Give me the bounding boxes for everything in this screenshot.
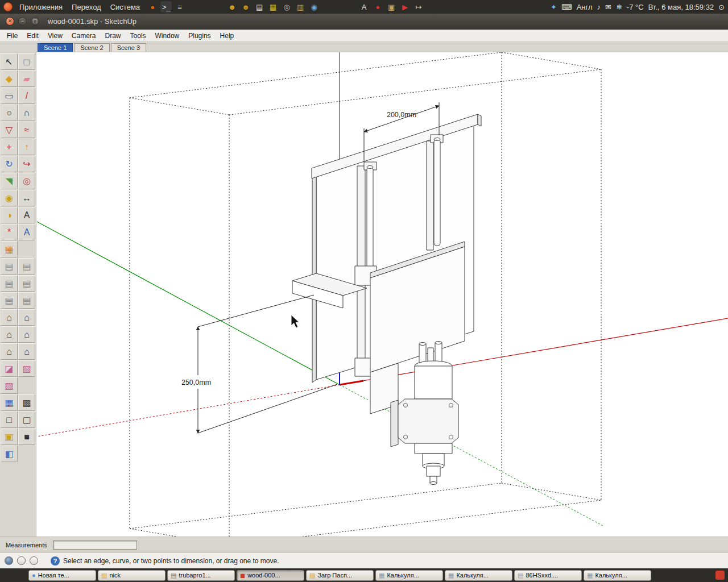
taskbar-item[interactable]: ▨Загр Пасп... xyxy=(306,570,374,581)
menu-plugins[interactable]: Plugins xyxy=(184,31,215,40)
view-right-button[interactable]: ⌂ xyxy=(18,326,35,343)
plugin-copy-tool-6[interactable]: ▤ xyxy=(18,292,35,309)
menu-camera[interactable]: Camera xyxy=(67,31,101,40)
freehand-tool[interactable]: ≈ xyxy=(18,122,35,138)
window-close-button[interactable]: ✕ xyxy=(6,17,14,26)
taskbar-item[interactable]: ▤86HSxxd.... xyxy=(514,570,582,581)
volume-icon[interactable]: ♪ xyxy=(597,3,601,11)
taskbar-item[interactable]: ▦Калькуля... xyxy=(584,570,651,581)
style-wireframe-button[interactable]: □ xyxy=(1,411,18,428)
follow-me-tool[interactable]: ↪ xyxy=(18,156,35,172)
circle-tool[interactable]: ○ xyxy=(1,105,18,121)
weather-snow-icon[interactable]: ❄ xyxy=(616,3,622,11)
share-icon[interactable]: ↦ xyxy=(413,1,424,13)
tape-measure-tool[interactable]: ◉ xyxy=(1,190,18,206)
terminal-icon[interactable]: >_ xyxy=(160,1,172,13)
power-icon[interactable]: ⊙ xyxy=(718,3,725,11)
archive-icon[interactable]: ▥ xyxy=(295,1,306,13)
protractor-tool[interactable]: ◑ xyxy=(1,207,18,223)
3d-text-tool[interactable]: A xyxy=(18,224,35,240)
menu-file[interactable]: File xyxy=(2,31,22,40)
select-tool[interactable]: ↖ xyxy=(1,53,18,70)
menu-edit[interactable]: Edit xyxy=(22,31,43,40)
top-menu-item-1[interactable]: Приложения xyxy=(15,3,67,11)
make-component-tool[interactable]: ◻ xyxy=(18,53,35,70)
scene-tab-2[interactable]: Scene 2 xyxy=(74,43,109,52)
taskbar-item[interactable]: ◼wood-000... xyxy=(237,570,304,581)
status-signin-icon[interactable] xyxy=(30,556,38,565)
line-tool[interactable]: / xyxy=(18,88,35,104)
window-titlebar[interactable]: ✕ − ▢ wood-0001.skp - SketchUp xyxy=(0,14,728,30)
taskbar-item[interactable]: ▦Калькуля... xyxy=(445,570,512,581)
taskbar-item[interactable]: ▨nick xyxy=(98,570,166,581)
plugin-copy-tool-4[interactable]: ▤ xyxy=(18,275,35,292)
window-minimize-button[interactable]: − xyxy=(18,17,27,26)
keyboard-layout-icon[interactable]: ⌨ xyxy=(561,3,572,11)
menu-window[interactable]: Window xyxy=(151,31,184,40)
taskbar-item[interactable]: ●Новая те... xyxy=(28,570,96,581)
style-shaded-button[interactable]: ▣ xyxy=(1,429,18,445)
text-tool[interactable]: A xyxy=(18,207,35,223)
arc-tool[interactable]: ∩ xyxy=(18,105,35,121)
rotate-tool[interactable]: ↻ xyxy=(1,156,18,172)
viewport-canvas[interactable]: 200,0mm 250,0mm xyxy=(36,52,728,537)
scene-tab-1[interactable]: Scene 1 xyxy=(38,43,73,52)
taskbar-item[interactable]: ▦Калькуля... xyxy=(375,570,443,581)
plugin-copy-tool-2[interactable]: ▤ xyxy=(18,258,35,275)
window-maximize-button[interactable]: ▢ xyxy=(31,17,39,26)
section-display-toggle[interactable]: ▨ xyxy=(18,360,35,377)
menu-tools[interactable]: Tools xyxy=(126,31,151,40)
plugin-copy-tool-1[interactable]: ▤ xyxy=(1,258,18,275)
network-indicator-icon[interactable]: ✦ xyxy=(551,3,557,11)
eraser-tool[interactable]: ▰ xyxy=(18,70,35,87)
axes-tool[interactable]: * xyxy=(1,224,18,240)
section-cut-toggle[interactable]: ▧ xyxy=(1,377,18,394)
style-hidden-line-button[interactable]: ▢ xyxy=(18,411,35,428)
status-credits-icon[interactable] xyxy=(17,556,26,565)
view-iso-button[interactable]: ⌂ xyxy=(1,309,18,326)
dimension-height-label[interactable]: 250,0mm xyxy=(181,379,211,386)
model-geometry[interactable] xyxy=(292,114,481,485)
view-front-button[interactable]: ⌂ xyxy=(1,326,18,343)
menu-help[interactable]: Help xyxy=(216,31,239,40)
keyboard-layout-label[interactable]: Англ xyxy=(577,3,593,11)
scale-tool[interactable]: ◥ xyxy=(1,173,18,189)
dimension-tool[interactable]: ↔ xyxy=(18,190,35,206)
move-tool[interactable]: + xyxy=(1,139,18,155)
view-left-button[interactable]: ⌂ xyxy=(18,343,35,360)
menu-view[interactable]: View xyxy=(43,31,67,40)
scene-tab-3[interactable]: Scene 3 xyxy=(111,43,146,52)
notes-icon[interactable]: ▤ xyxy=(254,1,265,13)
dimension-width-label[interactable]: 200,0mm xyxy=(387,111,416,119)
chromium-icon[interactable]: ◉ xyxy=(308,1,320,13)
weather-text[interactable]: -7 °C xyxy=(627,3,644,11)
plugin-copy-tool-5[interactable]: ▤ xyxy=(1,292,18,309)
player-icon[interactable]: ▶ xyxy=(399,1,411,13)
style-xray-button[interactable]: ▦ xyxy=(1,394,18,411)
mail-icon[interactable]: ✉ xyxy=(605,3,611,11)
stamp-icon[interactable]: ▣ xyxy=(386,1,397,13)
measurements-input[interactable] xyxy=(53,541,137,550)
menu-draw[interactable]: Draw xyxy=(101,31,126,40)
push-pull-tool[interactable]: ↑ xyxy=(18,139,35,155)
taskbar-item[interactable]: ▤trubapro1... xyxy=(167,570,235,581)
section-plane-tool[interactable]: ◪ xyxy=(1,360,18,377)
tray-icon[interactable] xyxy=(715,571,725,580)
media-icon[interactable]: ● xyxy=(372,1,383,13)
help-icon[interactable]: ? xyxy=(51,556,60,566)
top-menu-item-3[interactable]: Система xyxy=(106,3,144,11)
style-shaded-textures-button[interactable]: ■ xyxy=(18,429,35,445)
plugin-copy-tool-3[interactable]: ▤ xyxy=(1,275,18,292)
text-editor-icon[interactable]: ≡ xyxy=(174,1,185,13)
style-monochrome-button[interactable]: ◧ xyxy=(1,446,18,462)
view-back-button[interactable]: ⌂ xyxy=(1,343,18,360)
packages-icon[interactable]: ▦ xyxy=(267,1,279,13)
rectangle-tool[interactable]: ▭ xyxy=(1,88,18,104)
paint-bucket-tool[interactable]: ◆ xyxy=(1,70,18,87)
view-top-button[interactable]: ⌂ xyxy=(18,309,35,326)
style-back-edges-button[interactable]: ▩ xyxy=(18,394,35,411)
offset-tool[interactable]: ◎ xyxy=(18,173,35,189)
distributor-logo-icon[interactable] xyxy=(3,2,13,11)
users-icon[interactable]: ☻ xyxy=(226,1,238,13)
status-globe-icon[interactable] xyxy=(5,556,13,565)
